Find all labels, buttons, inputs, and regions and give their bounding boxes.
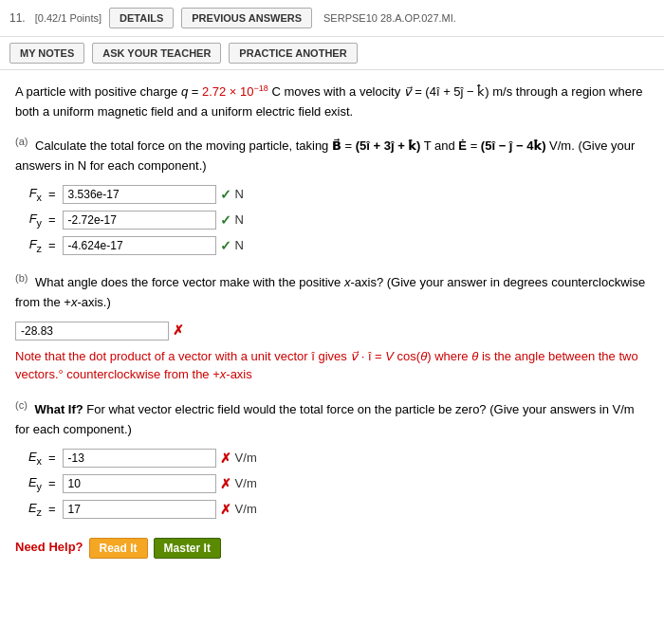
ey-row: Ey = ✗ V/m bbox=[15, 473, 649, 495]
serpse-label: SERPSE10 28.A.OP.027.MI. bbox=[323, 12, 456, 24]
fz-label: Fz bbox=[15, 235, 42, 257]
fx-unit: N bbox=[235, 185, 244, 205]
problem-intro: A particle with positive charge q = 2.72… bbox=[15, 82, 649, 122]
my-notes-button[interactable]: MY NOTES bbox=[9, 43, 84, 64]
angle-input[interactable] bbox=[15, 322, 169, 340]
ez-label: Ez bbox=[15, 499, 42, 521]
read-it-button[interactable]: Read It bbox=[89, 538, 148, 559]
ez-row: Ez = ✗ V/m bbox=[15, 499, 649, 521]
fz-input[interactable] bbox=[63, 236, 216, 255]
ez-unit: V/m bbox=[235, 500, 257, 520]
ex-row: Ex = ✗ V/m bbox=[15, 448, 649, 469]
ex-input[interactable] bbox=[63, 449, 216, 468]
details-button[interactable]: DETAILS bbox=[109, 8, 174, 28]
fz-unit: N bbox=[235, 236, 244, 256]
part-b-question: (b) What angle does the force vector mak… bbox=[15, 270, 649, 313]
ez-input[interactable] bbox=[63, 500, 216, 519]
ey-unit: V/m bbox=[235, 474, 257, 494]
fx-check-icon: ✓ bbox=[220, 184, 231, 205]
ey-x-icon: ✗ bbox=[220, 473, 231, 494]
ex-label: Ex bbox=[15, 448, 42, 469]
need-help-label: Need Help? bbox=[15, 538, 83, 558]
part-b: (b) What angle does the force vector mak… bbox=[15, 270, 649, 384]
angle-row: ✗ bbox=[15, 320, 649, 340]
fy-unit: N bbox=[235, 211, 244, 230]
ex-x-icon: ✗ bbox=[220, 448, 231, 469]
part-c-question: (c) What If? For what vector electric fi… bbox=[15, 397, 649, 440]
fx-input[interactable] bbox=[63, 185, 216, 204]
ask-teacher-button[interactable]: ASK YOUR TEACHER bbox=[92, 43, 221, 64]
top-bar: 11. [0.42/1 Points] DETAILS PREVIOUS ANS… bbox=[0, 0, 664, 37]
ez-x-icon: ✗ bbox=[220, 499, 231, 520]
practice-another-button[interactable]: PRACTICE ANOTHER bbox=[229, 43, 357, 64]
fz-row: Fz = ✓ N bbox=[15, 235, 649, 257]
previous-answers-button[interactable]: PREVIOUS ANSWERS bbox=[181, 8, 312, 28]
part-a-question: (a) Calculate the total force on the mov… bbox=[15, 134, 649, 176]
ey-label: Ey bbox=[15, 473, 42, 495]
question-number: 11. [0.42/1 Points] bbox=[9, 11, 101, 25]
note-text: Note that the dot product of a vector wi… bbox=[15, 347, 649, 384]
ey-input[interactable] bbox=[63, 474, 216, 493]
fx-row: Fx = ✓ N bbox=[15, 184, 649, 206]
part-c: (c) What If? For what vector electric fi… bbox=[15, 397, 649, 521]
fy-input[interactable] bbox=[63, 211, 216, 230]
fy-check-icon: ✓ bbox=[220, 210, 231, 230]
fy-row: Fy = ✓ N bbox=[15, 210, 649, 231]
angle-x-icon: ✗ bbox=[173, 320, 184, 340]
ex-unit: V/m bbox=[235, 449, 257, 469]
master-it-button[interactable]: Master It bbox=[154, 538, 221, 559]
second-bar: MY NOTES ASK YOUR TEACHER PRACTICE ANOTH… bbox=[0, 37, 664, 70]
need-help-section: Need Help? Read It Master It bbox=[15, 538, 649, 559]
content-area: A particle with positive charge q = 2.72… bbox=[0, 70, 664, 570]
fz-check-icon: ✓ bbox=[220, 235, 231, 256]
fx-label: Fx bbox=[15, 184, 42, 206]
part-a: (a) Calculate the total force on the mov… bbox=[15, 134, 649, 257]
fy-label: Fy bbox=[15, 210, 42, 231]
